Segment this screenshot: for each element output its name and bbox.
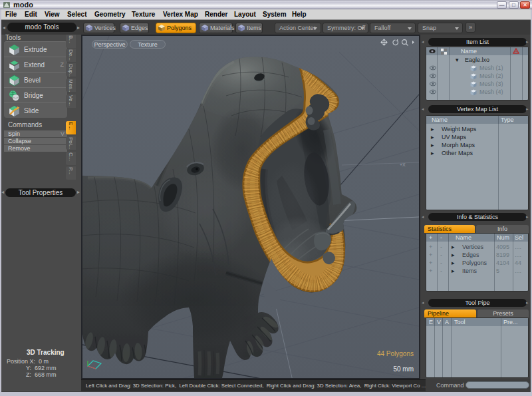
svg-text:+X: +X <box>400 162 406 167</box>
